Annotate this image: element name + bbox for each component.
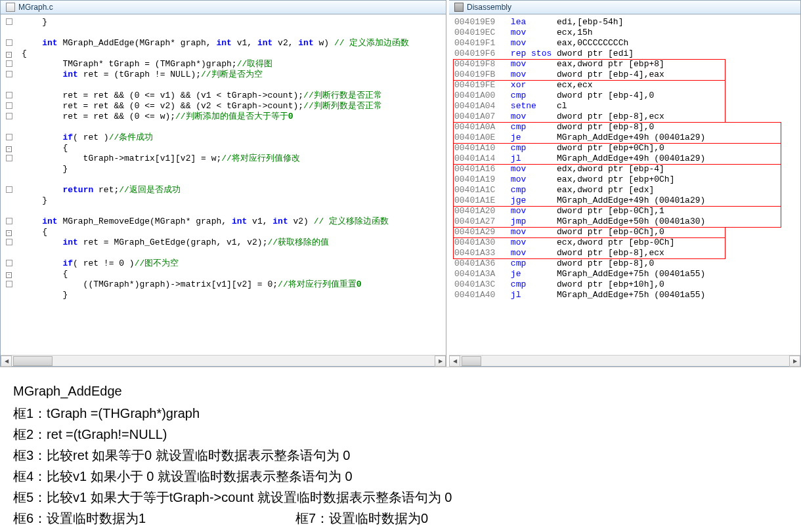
disassembly-line[interactable]: 00401A20 mov dword ptr [ebp-0Ch],1 [454, 206, 795, 216]
disassembly-line[interactable]: 00401A19 mov eax,dword ptr [ebp+0Ch] [454, 174, 795, 185]
disassembly-line[interactable]: 004019F6 rep stos dword ptr [edi] [454, 49, 795, 59]
code-line[interactable]: int ret = MGraph_GetEdge(graph, v1, v2);… [2, 237, 444, 248]
disassembly-line[interactable]: 00401A14 jl MGraph_AddEdge+49h (00401a29… [454, 153, 795, 164]
code-line[interactable] [2, 206, 444, 216]
code-line[interactable]: - { [2, 227, 444, 237]
explain-cell: 框6：设置临时数据为1 [13, 508, 295, 529]
explanation-section: MGraph_AddEdge 框1：tGraph =(THGraph*)grap… [0, 367, 801, 532]
disassembly-line[interactable]: 00401A07 mov dword ptr [ebp-8],ecx [454, 112, 795, 122]
disassembly-line[interactable]: 00401A36 cmp dword ptr [ebp-8],0 [454, 258, 795, 269]
code-line[interactable] [2, 28, 444, 38]
disassembly-line[interactable]: 00401A40 jl MGraph_AddEdge+75h (00401a55… [454, 290, 795, 300]
code-line[interactable]: } [2, 290, 444, 300]
explain-row: 框2：ret =(tGraph!=NULL) [13, 424, 788, 445]
disassembly-line[interactable]: 00401A00 cmp dword ptr [ebp-4],0 [454, 91, 795, 101]
code-line[interactable]: int MGraph_AddEdge(MGraph* graph, int v1… [2, 38, 444, 49]
explain-cell: 框7：设置临时数据为0 [295, 508, 428, 529]
disassembly-line[interactable]: 00401A27 jmp MGraph_AddEdge+50h (00401a3… [454, 216, 795, 227]
scroll-right-icon[interactable]: ▶ [789, 356, 800, 367]
source-code-body[interactable]: } int MGraph_AddEdge(MGraph* graph, int … [1, 14, 446, 355]
explain-cell: 框4：比较v1 如果小于 0 就设置临时数据表示整条语句为 0 [13, 466, 353, 487]
explain-title: MGraph_AddEdge [13, 380, 788, 401]
disassembly-line[interactable]: 00401A3A je MGraph_AddEdge+75h (00401a55… [454, 269, 795, 279]
scroll-thumb[interactable] [13, 356, 53, 366]
code-line[interactable] [2, 174, 444, 185]
code-line[interactable] [2, 248, 444, 258]
disassembly-line[interactable]: 00401A30 mov ecx,dword ptr [ebp-0Ch] [454, 237, 795, 248]
explain-cell: 框2：ret =(tGraph!=NULL) [13, 424, 167, 445]
code-line[interactable]: ret = ret && (0 <= v2) && (v2 < tGraph->… [2, 101, 444, 112]
disassembly-scrollbar[interactable]: ◀ ▶ [449, 355, 800, 366]
explain-cell: 框3：比较ret 如果等于0 就设置临时数据表示整条语句为 0 [13, 445, 350, 466]
code-line[interactable]: -{ [2, 49, 444, 59]
explain-row: 框6：设置临时数据为1框7：设置临时数据为0 [13, 508, 788, 529]
disassembly-line[interactable]: 004019F8 mov eax,dword ptr [ebp+8] [454, 59, 795, 70]
scroll-right-icon[interactable]: ▶ [435, 356, 446, 367]
disassembly-line[interactable]: 00401A3C cmp dword ptr [ebp+10h],0 [454, 279, 795, 290]
code-line[interactable]: } [2, 195, 444, 206]
disassembly-line[interactable]: 00401A1E jge MGraph_AddEdge+49h (00401a2… [454, 195, 795, 206]
disassembly-line[interactable]: 00401A33 mov dword ptr [ebp-8],ecx [454, 248, 795, 258]
source-title-bar[interactable]: MGraph.c [1, 1, 446, 14]
disassembly-line[interactable]: 00401A29 mov dword ptr [ebp-0Ch],0 [454, 227, 795, 237]
disassembly-line[interactable]: 004019FE xor ecx,ecx [454, 80, 795, 91]
explain-cell: 框5：比较v1 如果大于等于tGraph->count 就设置临时数据表示整条语… [13, 487, 452, 508]
explain-row: 框3：比较ret 如果等于0 就设置临时数据表示整条语句为 0 [13, 445, 788, 466]
disassembly-line[interactable]: 004019EC mov ecx,15h [454, 28, 795, 38]
disassembly-line[interactable]: 004019F1 mov eax,0CCCCCCCCh [454, 38, 795, 49]
c-file-icon [6, 3, 15, 12]
disassembly-line[interactable]: 00401A1C cmp eax,dword ptr [edx] [454, 185, 795, 195]
code-line[interactable]: tGraph->matrix[v1][v2] = w;//将对应行列值修改 [2, 153, 444, 164]
disassembly-pane: Disassembly 004019E9 lea edi,[ebp-54h]00… [449, 0, 801, 367]
scroll-left-icon[interactable]: ◀ [1, 356, 12, 367]
explain-row: 框5：比较v1 如果大于等于tGraph->count 就设置临时数据表示整条语… [13, 487, 788, 508]
code-line[interactable]: } [2, 164, 444, 174]
disassembly-line[interactable]: 00401A04 setne cl [454, 101, 795, 112]
code-line[interactable]: ret = ret && (0 <= v1) && (v1 < tGraph->… [2, 91, 444, 101]
code-line[interactable]: - { [2, 143, 444, 153]
code-line[interactable] [2, 80, 444, 91]
code-line[interactable] [2, 122, 444, 133]
ide-container: MGraph.c } int MGraph_AddEdge(MGraph* gr… [0, 0, 801, 367]
code-line[interactable]: ret = ret && (0 <= w);//判断添加的值是否大于等于0 [2, 112, 444, 122]
code-line[interactable]: } [2, 17, 444, 28]
code-line[interactable]: if( ret )//条件成功 [2, 133, 444, 143]
code-line[interactable]: int ret = (tGraph != NULL);//判断是否为空 [2, 70, 444, 80]
disassembly-icon [454, 3, 464, 12]
code-line[interactable]: ((TMGraph*)graph)->matrix[v1][v2] = 0;//… [2, 279, 444, 290]
disassembly-line[interactable]: 00401A16 mov edx,dword ptr [ebp-4] [454, 164, 795, 174]
disassembly-line[interactable]: 00401A0A cmp dword ptr [ebp-8],0 [454, 122, 795, 133]
disassembly-line[interactable]: 00401A0E je MGraph_AddEdge+49h (00401a29… [454, 133, 795, 143]
disassembly-title: Disassembly [467, 3, 511, 12]
code-line[interactable]: - { [2, 269, 444, 279]
code-line[interactable]: int MGraph_RemoveEdge(MGraph* graph, int… [2, 216, 444, 227]
code-line[interactable]: TMGraph* tGraph = (TMGraph*)graph;//取得图 [2, 59, 444, 70]
source-title: MGraph.c [18, 3, 53, 12]
disassembly-line[interactable]: 00401A10 cmp dword ptr [ebp+0Ch],0 [454, 143, 795, 153]
disassembly-title-bar[interactable]: Disassembly [449, 1, 800, 14]
explain-cell: 框8：将结果赋值给 ret [13, 529, 144, 532]
disassembly-line[interactable]: 004019E9 lea edi,[ebp-54h] [454, 17, 795, 28]
disassembly-line[interactable]: 004019FB mov dword ptr [ebp-4],eax [454, 70, 795, 80]
scroll-left-icon[interactable]: ◀ [449, 356, 460, 367]
explain-cell: 框1：tGraph =(THGraph*)graph [13, 403, 200, 424]
explain-row: 框4：比较v1 如果小于 0 就设置临时数据表示整条语句为 0 [13, 466, 788, 487]
disassembly-body[interactable]: 004019E9 lea edi,[ebp-54h]004019EC mov e… [449, 14, 800, 355]
code-line[interactable]: if( ret != 0 )//图不为空 [2, 258, 444, 269]
scroll-thumb[interactable] [462, 356, 481, 366]
source-pane: MGraph.c } int MGraph_AddEdge(MGraph* gr… [0, 0, 446, 367]
explain-row: 框1：tGraph =(THGraph*)graph [13, 403, 788, 424]
code-line[interactable]: return ret;//返回是否成功 [2, 185, 444, 195]
source-scrollbar[interactable]: ◀ ▶ [1, 355, 446, 366]
